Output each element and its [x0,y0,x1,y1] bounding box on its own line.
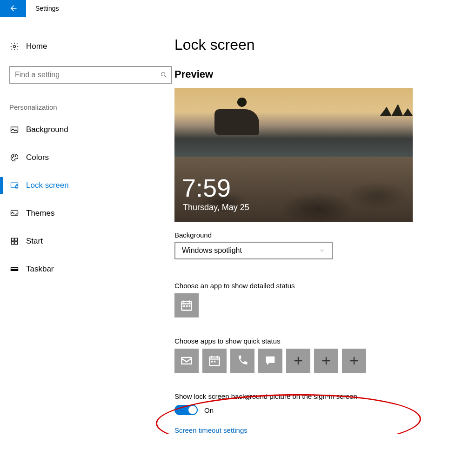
show-background-on-signin-toggle[interactable] [174,405,198,415]
chevron-down-icon [319,247,325,254]
svg-point-4 [13,156,14,157]
quick-status-app-slot-mail[interactable] [174,349,199,373]
page-title: Lock screen [174,36,448,53]
svg-rect-16 [183,305,185,307]
quick-status-app-slot-add-1[interactable] [286,349,310,373]
main-panel: Lock screen Preview 7:59 Thursday, May 2… [174,36,462,434]
themes-icon [9,208,20,218]
sidebar-item-label: Themes [26,209,54,218]
preview-header: Preview [174,68,448,80]
svg-rect-22 [214,361,216,363]
svg-point-1 [161,73,165,76]
nav-home[interactable]: Home [9,36,165,57]
svg-rect-12 [15,242,18,245]
svg-rect-6 [11,183,18,187]
quick-status-app-slot-add-3[interactable] [342,349,366,373]
mail-icon [180,354,193,367]
background-dropdown[interactable]: Windows spotlight [174,242,333,259]
svg-rect-11 [11,242,14,245]
detailed-status-app-slot[interactable] [174,293,199,317]
arrow-left-icon [8,4,18,13]
back-button[interactable] [0,0,26,17]
svg-rect-14 [11,269,18,271]
lock-screen-preview: 7:59 Thursday, May 25 [174,88,413,222]
screen-timeout-link[interactable]: Screen timeout settings [174,426,448,434]
lock-screen-icon [9,180,20,191]
quick-status-app-slot-calendar[interactable] [202,349,227,373]
plus-icon [320,354,333,367]
sidebar-item-background[interactable]: Background [9,119,165,140]
sidebar-item-label: Colors [26,153,49,162]
sidebar-item-start[interactable]: Start [9,231,165,251]
calendar-icon [180,299,193,312]
chat-icon [264,354,277,367]
svg-rect-9 [11,238,14,241]
quick-status-app-slot-messaging[interactable] [258,349,282,373]
plus-icon [348,354,361,367]
detailed-status-label: Choose an app to show detailed status [174,282,448,290]
sidebar-item-themes[interactable]: Themes [9,203,165,224]
svg-point-3 [12,157,13,158]
search-input[interactable] [9,66,172,84]
search-input-field[interactable] [14,70,160,79]
gear-icon [9,41,20,52]
picture-icon [9,125,20,135]
sidebar: Home Personalization Background Colors L… [0,36,174,434]
svg-rect-17 [186,305,188,307]
svg-point-0 [13,46,16,48]
palette-icon [9,152,20,163]
svg-rect-10 [15,238,18,241]
calendar-icon [208,354,221,367]
start-icon [9,236,20,246]
sidebar-item-label: Taskbar [26,264,54,274]
sidebar-item-label: Background [26,125,68,134]
quick-status-app-slot-add-2[interactable] [314,349,338,373]
preview-date: Thursday, May 25 [183,203,249,212]
search-icon [160,71,167,79]
phone-icon [236,354,249,367]
plus-icon [292,354,305,367]
app-title: Settings [35,5,59,12]
sidebar-item-label: Lock screen [26,181,69,190]
svg-rect-18 [189,305,191,307]
taskbar-icon [9,264,20,274]
toggle-state-text: On [204,406,214,414]
sidebar-section-header: Personalization [9,103,165,111]
sidebar-item-label: Start [26,237,43,246]
svg-point-5 [15,156,16,157]
sidebar-item-lock-screen[interactable]: Lock screen [9,175,165,196]
svg-rect-19 [182,357,192,364]
background-label: Background [174,231,448,239]
preview-time: 7:59 [182,175,231,200]
sidebar-item-taskbar[interactable]: Taskbar [9,259,165,279]
nav-home-label: Home [26,42,47,51]
svg-rect-7 [16,185,18,188]
toggle-label: Show lock screen background picture on t… [174,392,448,400]
svg-rect-21 [211,361,213,363]
background-dropdown-value: Windows spotlight [182,246,242,255]
sidebar-item-colors[interactable]: Colors [9,147,165,168]
quick-status-app-slot-phone[interactable] [230,349,254,373]
quick-status-label: Choose apps to show quick status [174,337,448,345]
